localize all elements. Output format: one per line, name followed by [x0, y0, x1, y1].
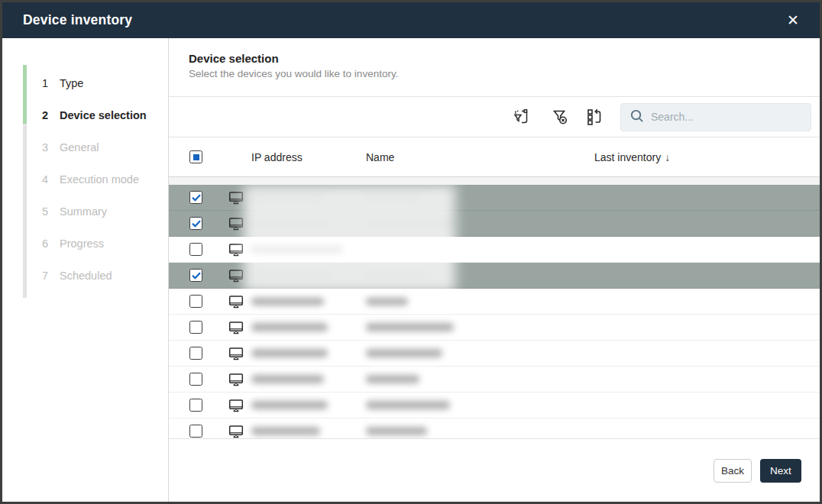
row-ip-redacted	[251, 193, 366, 202]
row-name-redacted	[366, 193, 594, 202]
step-progress-remaining-segment	[23, 124, 27, 298]
step-progress[interactable]: 6Progress	[2, 228, 168, 260]
table-row[interactable]	[169, 289, 820, 315]
row-name-redacted	[366, 349, 594, 357]
row-ip-redacted	[251, 271, 366, 279]
row-checkbox[interactable]	[189, 321, 202, 334]
step-label: General	[60, 141, 99, 153]
step-type[interactable]: 1Type	[2, 67, 168, 99]
wizard-steps: 1Type2Device selection3General4Execution…	[2, 38, 168, 292]
import-filter-icon[interactable]	[512, 108, 530, 126]
row-name-redacted	[366, 323, 594, 331]
step-progress-active-segment	[23, 65, 27, 124]
wizard-sidebar: 1Type2Device selection3General4Execution…	[2, 38, 169, 502]
next-button[interactable]: Next	[760, 459, 801, 483]
row-checkbox[interactable]	[189, 347, 202, 360]
table-row[interactable]	[169, 211, 820, 237]
dialog-footer: Back Next	[169, 439, 820, 502]
step-number: 1	[42, 77, 60, 89]
row-checkbox[interactable]	[189, 191, 202, 204]
column-header-last-inventory[interactable]: Last inventory ↓	[594, 151, 820, 163]
column-header-ip[interactable]: IP address	[251, 151, 366, 163]
monitor-icon	[228, 425, 245, 438]
step-general[interactable]: 3General	[2, 131, 168, 163]
search-box	[620, 103, 811, 131]
row-checkbox[interactable]	[189, 425, 202, 438]
close-icon[interactable]: ✕	[787, 13, 799, 27]
step-number: 4	[42, 173, 60, 186]
table-row[interactable]	[169, 263, 820, 289]
row-ip-redacted	[251, 375, 366, 383]
device-table-body	[169, 185, 820, 439]
table-row[interactable]	[169, 393, 820, 418]
dialog-header: Device inventory ✕	[2, 2, 820, 38]
step-label: Execution mode	[60, 173, 139, 186]
row-name-redacted	[366, 297, 594, 305]
row-checkbox[interactable]	[189, 399, 202, 412]
step-progress-bar	[23, 65, 27, 298]
monitor-icon	[228, 321, 245, 334]
indeterminate-mark	[193, 154, 199, 160]
monitor-icon	[228, 373, 245, 386]
step-scheduled[interactable]: 7Scheduled	[2, 260, 168, 292]
row-name-redacted	[366, 427, 594, 435]
table-row[interactable]	[169, 315, 820, 341]
table-row[interactable]	[169, 367, 820, 393]
search-icon	[629, 108, 644, 126]
select-all-checkbox[interactable]	[189, 150, 202, 163]
table-row[interactable]	[169, 237, 820, 263]
step-label: Type	[60, 77, 83, 89]
rows-container	[169, 185, 820, 439]
monitor-icon	[228, 191, 245, 205]
dialog-title: Device inventory	[23, 12, 132, 28]
column-header-name[interactable]: Name	[366, 151, 594, 163]
step-heading-block: Device selection Select the devices you …	[169, 38, 820, 97]
sort-desc-icon: ↓	[665, 151, 670, 163]
main-panel: Device selection Select the devices you …	[169, 38, 820, 502]
row-ip-redacted	[251, 427, 366, 435]
monitor-icon	[228, 347, 245, 360]
row-name-redacted	[366, 375, 594, 383]
row-ip-redacted	[251, 349, 366, 357]
device-inventory-dialog: Device inventory ✕ 1Type2Device selectio…	[0, 0, 822, 504]
row-checkbox[interactable]	[189, 373, 202, 386]
clear-filter-icon[interactable]	[551, 108, 569, 126]
row-ip-redacted	[251, 297, 366, 305]
row-ip-redacted	[251, 401, 366, 409]
table-row[interactable]	[169, 341, 820, 367]
step-summary[interactable]: 5Summary	[2, 195, 168, 228]
row-checkbox[interactable]	[189, 269, 202, 282]
reset-columns-icon[interactable]	[585, 108, 604, 126]
monitor-icon	[228, 217, 245, 231]
step-number: 7	[42, 270, 60, 282]
table-row[interactable]	[169, 418, 820, 439]
step-number: 5	[42, 205, 60, 218]
row-checkbox[interactable]	[189, 295, 202, 308]
monitor-icon	[228, 243, 245, 257]
monitor-icon	[228, 295, 245, 309]
step-label: Scheduled	[60, 270, 112, 282]
row-checkbox[interactable]	[189, 217, 202, 230]
row-name-redacted	[366, 401, 594, 409]
row-name-redacted	[366, 219, 594, 228]
step-label: Device selection	[60, 109, 147, 121]
step-label: Progress	[60, 237, 104, 250]
search-input[interactable]	[651, 111, 802, 123]
row-name-redacted	[366, 271, 594, 279]
monitor-icon	[228, 399, 245, 412]
monitor-icon	[228, 269, 245, 283]
table-toolbar	[169, 97, 820, 137]
page-title: Device selection	[189, 52, 820, 65]
row-checkbox[interactable]	[189, 243, 202, 256]
back-button[interactable]: Back	[714, 459, 752, 483]
page-subtitle: Select the devices you would like to inv…	[189, 68, 820, 79]
table-header-divider	[169, 176, 820, 185]
step-number: 3	[42, 141, 60, 153]
step-label: Summary	[60, 205, 107, 218]
step-execution-mode[interactable]: 4Execution mode	[2, 163, 168, 195]
row-ip-redacted	[251, 245, 366, 254]
row-ip-redacted	[251, 323, 366, 331]
table-row[interactable]	[169, 185, 820, 211]
step-number: 2	[42, 109, 60, 121]
step-device-selection[interactable]: 2Device selection	[2, 99, 168, 131]
